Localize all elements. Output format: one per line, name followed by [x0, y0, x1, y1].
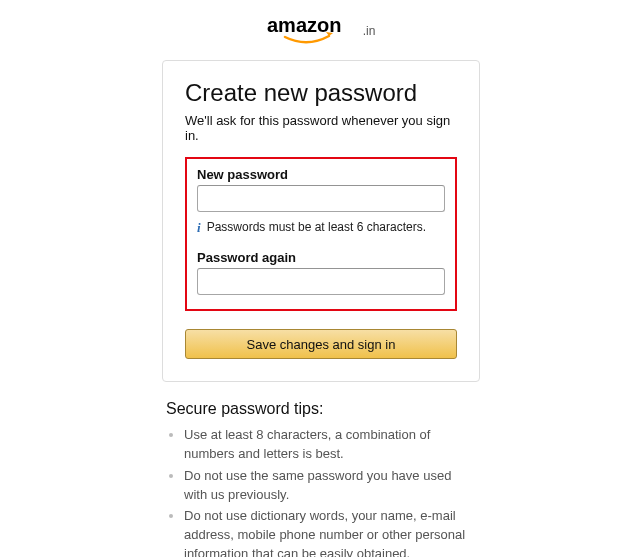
logo-suffix: .in	[363, 24, 376, 46]
amazon-logo: amazon .in	[267, 14, 376, 46]
password-fields-highlight: New password i Passwords must be at leas…	[185, 157, 457, 311]
page-subtitle: We'll ask for this password whenever you…	[185, 113, 457, 143]
list-item: Do not use the same password you have us…	[184, 467, 476, 505]
list-item: Use at least 8 characters, a combination…	[184, 426, 476, 464]
password-hint-text: Passwords must be at least 6 characters.	[207, 220, 426, 234]
create-password-card: Create new password We'll ask for this p…	[162, 60, 480, 382]
password-again-input[interactable]	[197, 268, 445, 295]
new-password-input[interactable]	[197, 185, 445, 212]
list-item: Do not use dictionary words, your name, …	[184, 507, 476, 557]
page-title: Create new password	[185, 79, 457, 107]
secure-password-tips: Secure password tips: Use at least 8 cha…	[162, 400, 480, 557]
save-and-signin-button[interactable]: Save changes and sign in	[185, 329, 457, 359]
tips-list: Use at least 8 characters, a combination…	[166, 426, 476, 557]
password-hint-row: i Passwords must be at least 6 character…	[197, 220, 445, 234]
password-again-label: Password again	[197, 250, 445, 265]
tips-heading: Secure password tips:	[166, 400, 476, 418]
amazon-logo-svg: amazon	[267, 14, 359, 46]
info-icon: i	[197, 220, 201, 234]
new-password-label: New password	[197, 167, 445, 182]
